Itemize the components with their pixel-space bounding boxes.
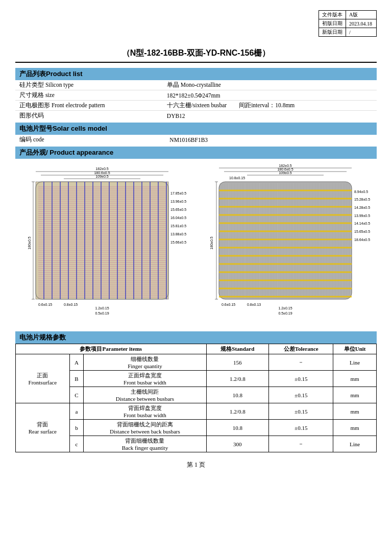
- svg-text:10.8±0.15: 10.8±0.15: [229, 176, 245, 180]
- row-letter-c: c: [69, 436, 84, 452]
- svg-text:16.04±0.5: 16.04±0.5: [170, 216, 186, 220]
- code-label: 编码 code: [15, 135, 165, 144]
- col-standard-header: 规格Standard: [206, 344, 269, 354]
- rear-surface-group: 背面Rear surface: [16, 403, 70, 452]
- row-standard-B: 1.2/0.8: [206, 371, 269, 387]
- svg-text:0.6±0.15: 0.6±0.15: [222, 303, 235, 306]
- svg-text:17.85±0.5: 17.85±0.5: [170, 191, 186, 195]
- pattern-value: DYB12: [163, 111, 377, 121]
- table-row: 硅片类型 Silicon type 单晶 Mono-crystalline: [15, 80, 377, 90]
- svg-text:0.6±0.15: 0.6±0.15: [38, 303, 52, 306]
- back-diagram: 182±0.5 180.6±0.5 109±0.5 10.8±0.15: [199, 164, 377, 322]
- row-tolerance-C: ±0.15: [269, 387, 333, 403]
- back-diagram-svg: 182±0.5 180.6±0.5 109±0.5 10.8±0.15: [204, 164, 372, 322]
- svg-text:15.28±0.5: 15.28±0.5: [354, 198, 370, 201]
- product-appearance-header: 产品外观/ Product appearance: [15, 147, 377, 159]
- row-tolerance-a: ±0.15: [269, 403, 333, 420]
- electrode-mid: 十六主栅/sixteen busbar 间距interval：10.8mm: [163, 101, 377, 111]
- svg-text:1.2±0.15: 1.2±0.15: [278, 306, 292, 310]
- table-row: 编码 code NM1016BF1B3: [15, 135, 377, 144]
- svg-text:14.28±0.5: 14.28±0.5: [354, 206, 370, 209]
- row-tolerance-c: －: [269, 436, 333, 452]
- svg-text:0.5±0.19: 0.5±0.19: [95, 311, 109, 315]
- svg-text:8.94±0.5: 8.94±0.5: [354, 190, 368, 194]
- svg-text:15.65±0.5: 15.65±0.5: [170, 208, 186, 211]
- row-letter-a: a: [69, 403, 84, 420]
- doc-version-value: A版: [346, 11, 377, 19]
- specs-section: 电池片规格参数 参数项目Parameter items 规格Standard 公…: [15, 331, 377, 452]
- row-letter-b: b: [69, 420, 84, 436]
- svg-text:180.6±0.5: 180.6±0.5: [94, 171, 110, 175]
- row-name-c: 背面细栅线数量Back finger quantity: [84, 436, 206, 452]
- svg-text:18.64±0.5: 18.64±0.5: [354, 238, 370, 242]
- table-row: b 背面细栅线之间的距离Distance between back busbar…: [16, 420, 377, 436]
- row-unit-c: Line: [333, 436, 377, 452]
- row-tolerance-b: ±0.15: [269, 420, 333, 436]
- row-letter-B: B: [69, 371, 84, 387]
- silicon-type-value: 单晶 Mono-crystalline: [163, 80, 377, 90]
- row-unit-A: Line: [333, 354, 377, 371]
- row-letter-A: A: [69, 354, 84, 371]
- page-number: 第 1 页: [187, 461, 205, 468]
- page-footer: 第 1 页: [15, 461, 377, 469]
- col-param-header: 参数项目Parameter items: [16, 344, 207, 354]
- row-unit-b: mm: [333, 420, 377, 436]
- initial-date-label: 初版日期: [319, 19, 346, 28]
- svg-text:109±0.5: 109±0.5: [95, 175, 108, 178]
- revision-date-value: /: [346, 28, 377, 37]
- row-standard-a: 1.2/0.8: [206, 403, 269, 420]
- initial-date-value: 2023.04.18: [346, 19, 377, 28]
- diagram-area: 182±0.5 180.6±0.5 109±0.5: [15, 159, 377, 327]
- specs-header: 电池片规格参数: [15, 331, 377, 344]
- row-unit-a: mm: [333, 403, 377, 420]
- table-row: 尺寸规格 size 182*182±0.5Φ247mm: [15, 90, 377, 101]
- col-unit-header: 单位Unit: [333, 344, 377, 354]
- row-name-a: 背面焊盘宽度Front busbar width: [84, 403, 206, 420]
- svg-text:13.88±0.5: 13.88±0.5: [170, 232, 186, 236]
- electrode-label: 正电极图形 Front electrode pattern: [15, 101, 163, 111]
- pattern-label: 图形代码: [15, 111, 163, 121]
- header-info-table: 文件版本 A版 初版日期 2023.04.18 新版日期 /: [318, 10, 377, 37]
- size-value: 182*182±0.5Φ247mm: [163, 90, 377, 101]
- svg-text:0.5±0.19: 0.5±0.19: [278, 311, 292, 315]
- row-tolerance-B: ±0.15: [269, 371, 333, 387]
- svg-text:182±0.5: 182±0.5: [95, 167, 108, 171]
- table-row: C 主栅线间距Distance between busbars 10.8 ±0.…: [16, 387, 377, 403]
- code-value: NM1016BF1B3: [165, 135, 377, 144]
- row-standard-b: 10.8: [206, 420, 269, 436]
- front-diagram-svg: 182±0.5 180.6±0.5 109±0.5: [20, 164, 189, 322]
- main-title: （N型-182-16BB-双面-YD-RNC-156栅）: [15, 48, 377, 63]
- svg-text:13.99±0.5: 13.99±0.5: [354, 214, 370, 218]
- row-standard-A: 156: [206, 354, 269, 371]
- table-row: 正面Frontsurface A 细栅线数量Finger quantity 15…: [16, 354, 377, 371]
- row-letter-C: C: [69, 387, 84, 403]
- product-list-table: 硅片类型 Silicon type 单晶 Mono-crystalline 尺寸…: [15, 80, 377, 120]
- col-tolerance-header: 公差Tolerance: [269, 344, 333, 354]
- table-row: 正电极图形 Front electrode pattern 十六主栅/sixte…: [15, 101, 377, 111]
- table-row: 图形代码 DYB12: [15, 111, 377, 121]
- solar-model-header: 电池片型号Solar cells model: [15, 123, 377, 135]
- svg-rect-7: [36, 182, 168, 299]
- table-row: c 背面细栅线数量Back finger quantity 300 － Line: [16, 436, 377, 452]
- svg-text:15.65±0.5: 15.65±0.5: [354, 230, 370, 233]
- svg-text:13.96±0.5: 13.96±0.5: [170, 200, 186, 203]
- product-list-header: 产品列表Product list: [15, 68, 377, 80]
- svg-text:1.2±0.15: 1.2±0.15: [95, 306, 109, 310]
- table-row: B 正面焊盘宽度Front busbar width 1.2/0.8 ±0.15…: [16, 371, 377, 387]
- svg-text:180±0.5: 180±0.5: [28, 236, 31, 249]
- silicon-type-label: 硅片类型 Silicon type: [15, 80, 163, 90]
- doc-version-label: 文件版本: [319, 11, 346, 19]
- svg-text:15.81±0.5: 15.81±0.5: [170, 224, 186, 228]
- solar-model-table: 编码 code NM1016BF1B3: [15, 135, 377, 144]
- svg-text:14.14±0.5: 14.14±0.5: [354, 222, 370, 225]
- row-name-b: 背面细栅线之间的距离Distance between back busbars: [84, 420, 206, 436]
- table-row: 背面Rear surface a 背面焊盘宽度Front busbar widt…: [16, 403, 377, 420]
- svg-text:180±0.5: 180±0.5: [210, 236, 213, 249]
- size-label: 尺寸规格 size: [15, 90, 163, 101]
- row-unit-C: mm: [333, 387, 377, 403]
- svg-text:0.8±0.15: 0.8±0.15: [64, 303, 78, 306]
- revision-date-label: 新版日期: [319, 28, 346, 37]
- specs-table: 参数项目Parameter items 规格Standard 公差Toleran…: [15, 344, 377, 452]
- front-diagram: 182±0.5 180.6±0.5 109±0.5: [15, 164, 193, 322]
- row-standard-C: 10.8: [206, 387, 269, 403]
